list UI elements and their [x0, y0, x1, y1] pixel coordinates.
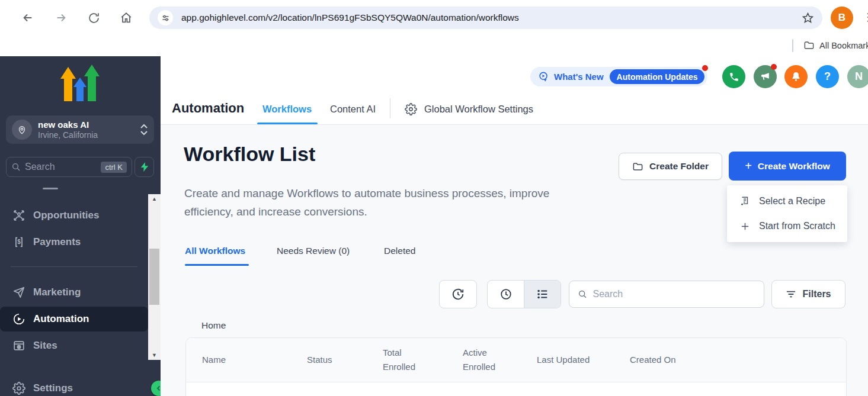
active-filter-underline: [185, 264, 249, 266]
question-mark-icon: ?: [824, 70, 831, 83]
bookmarks-divider: [792, 39, 793, 52]
whats-new-icon: [538, 71, 549, 82]
sidebar-item-payments[interactable]: $ Payments: [0, 229, 148, 255]
workflow-search[interactable]: [569, 281, 764, 308]
folder-icon: [803, 40, 815, 51]
automation-updates-badge[interactable]: Automation Updates: [610, 69, 705, 84]
sidebar-item-opportunities[interactable]: Opportunities: [0, 202, 148, 228]
site-settings-icon[interactable]: [158, 10, 173, 25]
help-button[interactable]: ?: [816, 65, 839, 88]
menu-item-start-from-scratch[interactable]: Start from Scratch: [727, 214, 847, 239]
breadcrumb-home[interactable]: Home: [201, 320, 226, 331]
execution-logs-button[interactable]: [439, 280, 477, 308]
recipe-icon: [739, 196, 751, 207]
tab-deleted[interactable]: Deleted: [384, 246, 415, 256]
active-tab-underline: [257, 123, 318, 124]
create-folder-label: Create Folder: [649, 161, 709, 172]
tab-all-workflows[interactable]: All Workflows: [185, 246, 245, 256]
home-icon[interactable]: [117, 8, 136, 27]
view-toggle-group: [487, 280, 561, 308]
column-header-active-enrolled: Active Enrolled: [463, 346, 537, 374]
bell-icon: [790, 71, 802, 82]
announcements-button[interactable]: [754, 65, 777, 88]
back-icon[interactable]: [18, 8, 37, 27]
all-bookmarks-button[interactable]: All Bookmarks: [803, 40, 868, 51]
list-view-button[interactable]: [524, 281, 560, 308]
sidebar-item-label: Automation: [33, 313, 89, 325]
whats-new-label: What's New: [554, 72, 604, 82]
sidebar-item-label: Settings: [33, 382, 73, 394]
bookmark-star-icon[interactable]: [802, 12, 814, 24]
create-workflow-button[interactable]: + Create Workflow: [729, 152, 846, 181]
sidebar-divider: [11, 266, 137, 267]
bookmarks-bar: All Bookmarks: [0, 36, 868, 56]
vertical-divider: [390, 98, 390, 118]
location-pin-icon: [12, 120, 32, 140]
workflow-list-section: Workflow List Create and manage Workflow…: [161, 125, 868, 396]
menu-item-select-recipe[interactable]: Select a Recipe: [727, 189, 847, 214]
sidebar-search-placeholder: Search: [25, 162, 101, 172]
column-header-name: Name: [202, 353, 307, 367]
notification-dot: [702, 65, 708, 71]
automation-icon: [12, 313, 25, 326]
global-settings-gear-icon[interactable]: [405, 103, 417, 115]
screen: app.gohighlevel.com/v2/location/lnPS691g…: [0, 0, 868, 396]
scroll-up-icon[interactable]: ▲: [148, 194, 161, 204]
sites-icon: [12, 339, 25, 352]
folder-icon: [632, 161, 643, 172]
forward-icon[interactable]: [52, 8, 71, 27]
sidebar-item-label: Opportunities: [33, 210, 99, 221]
recent-view-button[interactable]: [488, 281, 524, 308]
workflow-table: Name Status Total Enrolled Active Enroll…: [185, 337, 847, 396]
menu-item-label: Start from Scratch: [759, 221, 835, 231]
location-switcher[interactable]: new oaks AI Irvine, California: [6, 115, 154, 144]
workflow-search-input[interactable]: [592, 289, 755, 300]
phone-button[interactable]: [722, 65, 745, 88]
sidebar: new oaks AI Irvine, California Search ct…: [0, 56, 161, 396]
scrollbar-thumb[interactable]: [149, 249, 159, 305]
column-header-status: Status: [307, 353, 383, 367]
notification-dot: [771, 64, 777, 70]
address-bar[interactable]: app.gohighlevel.com/v2/location/lnPS691g…: [149, 7, 822, 29]
whats-new-button[interactable]: What's New Automation Updates: [530, 67, 707, 86]
tab-content-ai[interactable]: Content AI: [330, 104, 376, 115]
sidebar-item-settings[interactable]: Settings: [0, 375, 148, 396]
filters-button[interactable]: Filters: [771, 280, 845, 308]
list-icon: [536, 288, 549, 301]
create-workflow-menu: Select a Recipe Start from Scratch: [727, 185, 847, 242]
url-text[interactable]: app.gohighlevel.com/v2/location/lnPS691g…: [181, 12, 797, 23]
clock-icon: [499, 288, 513, 301]
table-header-row: Name Status Total Enrolled Active Enroll…: [186, 338, 846, 382]
location-city: Irvine, California: [38, 130, 140, 140]
sidebar-item-automation[interactable]: Automation: [0, 307, 148, 331]
settings-gear-icon: [12, 382, 25, 395]
location-name: new oaks AI: [38, 120, 140, 130]
plus-icon: [739, 221, 751, 231]
sidebar-item-marketing[interactable]: Marketing: [0, 279, 148, 305]
browser-toolbar: app.gohighlevel.com/v2/location/lnPS691g…: [0, 0, 868, 36]
svg-text:$: $: [17, 239, 21, 245]
sidebar-item-sites[interactable]: Sites: [0, 333, 148, 359]
payments-icon: $: [12, 236, 25, 249]
reload-icon[interactable]: [84, 8, 103, 27]
sidebar-search-input[interactable]: Search ctrl K: [6, 157, 132, 177]
bolt-icon: [140, 162, 149, 172]
notifications-button[interactable]: [784, 65, 808, 88]
sidebar-item-label: Marketing: [33, 286, 81, 298]
sidebar-scrollbar[interactable]: ▲ ▼: [148, 194, 161, 360]
search-shortcut-badge: ctrl K: [101, 162, 127, 173]
search-icon: [578, 289, 587, 300]
tab-needs-review[interactable]: Needs Review (0): [277, 246, 350, 256]
gohighlevel-logo: [58, 65, 102, 107]
user-avatar[interactable]: N: [847, 65, 868, 88]
global-workflow-settings-link[interactable]: Global Workflow Settings: [424, 104, 533, 115]
tab-workflows[interactable]: Workflows: [262, 104, 312, 115]
scroll-down-icon[interactable]: ▼: [148, 350, 161, 360]
page-tabs-row: Automation Workflows Content AI Global W…: [161, 94, 868, 124]
main-content: What's New Automation Updates ? N Aut: [161, 56, 868, 396]
browser-menu-icon[interactable]: ⋮: [863, 11, 868, 24]
browser-profile-avatar[interactable]: B: [831, 7, 853, 29]
filters-label: Filters: [802, 289, 831, 300]
quick-actions-button[interactable]: [134, 157, 154, 177]
create-folder-button[interactable]: Create Folder: [619, 153, 722, 180]
